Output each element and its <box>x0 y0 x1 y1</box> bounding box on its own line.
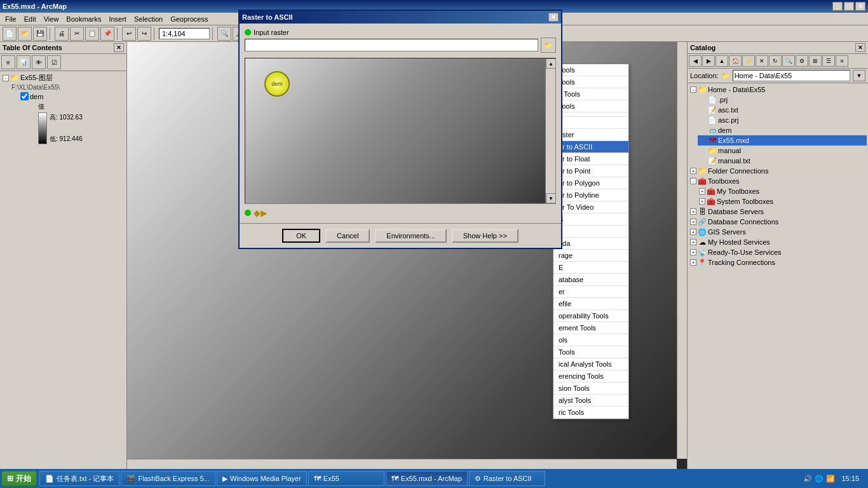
cat-up-btn[interactable]: ▲ <box>715 55 728 67</box>
gp-ols-item[interactable]: ols <box>553 334 628 346</box>
gp-tofloat-item[interactable]: er to Float <box>553 153 628 165</box>
gp-efile-item[interactable]: efile <box>553 298 628 310</box>
toolboxes-expand-btn[interactable]: - <box>690 178 696 184</box>
save-btn[interactable]: 💾 <box>33 27 47 41</box>
catalog-asctxt-file[interactable]: 📝 asc.txt <box>698 105 867 115</box>
dbservers-expand-btn[interactable]: + <box>690 208 696 215</box>
show-help-button[interactable]: Show Help >> <box>452 229 519 243</box>
cat-refresh-btn[interactable]: ↻ <box>769 55 782 67</box>
cat-back-btn[interactable]: ◀ <box>689 55 702 67</box>
catalog-system-toolboxes[interactable]: + 🧰 System Toolboxes <box>698 196 867 207</box>
input-raster-field[interactable] <box>245 39 538 51</box>
catalog-tracking-connections[interactable]: + 📍 Tracking Connections <box>689 257 867 268</box>
taskbar-flashback[interactable]: 🎬 FlashBack Express 5... <box>121 471 215 486</box>
home-expand-btn[interactable]: - <box>690 86 696 93</box>
cat-options-btn[interactable]: ⚙ <box>796 55 808 67</box>
redo-btn[interactable]: ↪ <box>137 27 151 41</box>
tray-network-icon[interactable]: 🌐 <box>815 475 824 483</box>
gp-toascii-item[interactable]: er to ASCII <box>553 141 628 153</box>
cat-connect-btn[interactable]: ⚡ <box>742 55 755 67</box>
cat-detail-btn[interactable]: ≡ <box>836 55 848 67</box>
menu-selection[interactable]: Selection <box>130 14 166 24</box>
menu-geoprocess[interactable]: Geoprocess <box>166 14 212 24</box>
toc-source-btn[interactable]: 📊 <box>17 55 31 69</box>
menu-bookmarks[interactable]: Bookmarks <box>62 14 105 24</box>
cat-small-icon-btn[interactable]: ☰ <box>822 55 835 67</box>
gp-referencing-item[interactable]: erencing Tools <box>553 370 628 383</box>
taskbar-arcmap[interactable]: 🗺 Ex55.mxd - ArcMap <box>386 471 468 486</box>
maximize-button[interactable]: □ <box>844 2 854 11</box>
map-vertical-scrollbar[interactable] <box>677 42 687 459</box>
gp-interop-item[interactable]: operability Tools <box>553 310 628 322</box>
paste-btn[interactable]: 📌 <box>100 27 114 41</box>
catalog-manualtxt-file[interactable]: 📝 manual.txt <box>698 156 867 166</box>
cat-disconnect-btn[interactable]: ✕ <box>756 55 768 67</box>
gp-tools3-item[interactable]: Tools <box>553 100 628 112</box>
gp-topolyline-item[interactable]: er to Polyline <box>553 189 628 201</box>
preview-vscrollbar[interactable]: ▲ ▼ <box>545 58 555 203</box>
map-horizontal-scrollbar[interactable] <box>127 459 677 469</box>
cat-forward-btn[interactable]: ▶ <box>702 55 715 67</box>
gp-tools2-item[interactable]: Tools <box>553 76 628 88</box>
input-raster-browse-btn[interactable]: 📁 <box>541 37 556 53</box>
catalog-dem-file[interactable]: 🗃 dem <box>698 125 867 135</box>
catalog-gis-servers[interactable]: + 🌐 GIS Servers <box>689 227 867 237</box>
open-btn[interactable]: 📂 <box>18 27 32 41</box>
gp-ada-item[interactable]: ada <box>553 238 628 250</box>
toc-vis-btn[interactable]: 👁 <box>32 55 46 69</box>
catalog-folder-connections[interactable]: + 📁 Folder Connections <box>689 166 867 176</box>
catalog-prj-file[interactable]: 📄 .prj <box>698 95 867 105</box>
minimize-button[interactable]: _ <box>832 2 843 11</box>
gp-aster-item[interactable]: aster <box>553 129 628 141</box>
gp-topolygon-item[interactable]: er to Polygon <box>553 177 628 189</box>
cut-btn[interactable]: ✂ <box>70 27 84 41</box>
tray-sound-icon[interactable]: 🔊 <box>803 475 812 483</box>
dem-checkbox[interactable] <box>20 92 29 100</box>
gp-e-item[interactable]: E <box>553 262 628 274</box>
group-expand-btn[interactable]: - <box>3 75 9 81</box>
toc-sel-btn[interactable]: ☑ <box>47 55 61 69</box>
preview-scroll-down-btn[interactable]: ▼ <box>546 193 556 203</box>
start-button[interactable]: ⊞ 开始 <box>1 471 37 486</box>
catalog-manual-folder[interactable]: 📁 manual <box>698 146 867 156</box>
taskbar-ex55[interactable]: 🗺 Ex55 <box>308 471 384 486</box>
menu-insert[interactable]: Insert <box>105 14 130 24</box>
dialog-close-btn[interactable]: ✕ <box>548 13 559 22</box>
readytouse-expand-btn[interactable]: + <box>690 249 696 255</box>
gisservers-expand-btn[interactable]: + <box>690 229 696 235</box>
gp-tools-item[interactable]: Tools <box>553 64 628 76</box>
dbconn-expand-btn[interactable]: + <box>690 219 696 225</box>
tray-signal-icon[interactable]: 📶 <box>826 475 835 483</box>
catalog-hosted-services[interactable]: + ☁ My Hosted Services <box>689 237 867 247</box>
toc-dem-layer[interactable]: dem <box>19 92 125 101</box>
cat-home-btn[interactable]: 🏠 <box>729 55 742 67</box>
taskbar-mediaplayer[interactable]: ▶ Windows Media Player <box>217 471 307 486</box>
toc-list-btn[interactable]: ≡ <box>1 55 15 69</box>
preview-scroll-track[interactable] <box>546 69 555 193</box>
zoom-in-btn[interactable]: 🔍 <box>217 27 231 41</box>
gp-database-item[interactable]: atabase <box>553 274 628 286</box>
menu-file[interactable]: File <box>1 14 20 24</box>
gp-topoint-item[interactable]: er to Point <box>553 165 628 177</box>
catalog-ascprj-file[interactable]: 📄 asc.prj <box>698 115 867 125</box>
mytoolboxes-expand-btn[interactable]: + <box>699 188 705 194</box>
gp-ric-item[interactable]: ric Tools <box>553 407 628 419</box>
toc-group-layer[interactable]: - 📁 Ex55-图层 <box>1 72 125 83</box>
ok-button[interactable]: OK <box>282 229 320 243</box>
hosted-expand-btn[interactable]: + <box>690 239 696 245</box>
close-button[interactable]: ✕ <box>855 2 865 11</box>
gp-a-item[interactable]: a <box>553 226 628 238</box>
catalog-home-folder[interactable]: - 📁 Home - Data\Ex55 <box>689 85 867 95</box>
copy-btn[interactable]: 📋 <box>85 27 99 41</box>
gp-er-item[interactable]: er <box>553 286 628 298</box>
gp-tovideo-item[interactable]: er To Video <box>553 201 628 214</box>
gp-s-item[interactable]: S <box>553 214 628 226</box>
taskbar-notepad[interactable]: 📄 任务表.txt - 记事本 <box>39 471 119 486</box>
catalog-toolboxes[interactable]: - 🧰 Toolboxes <box>689 176 867 186</box>
catalog-database-servers[interactable]: + 🗄 Database Servers <box>689 207 867 217</box>
catalog-close-btn[interactable]: ✕ <box>855 43 865 52</box>
gp-l-item[interactable]: L <box>553 117 628 129</box>
undo-btn[interactable]: ↩ <box>122 27 136 41</box>
location-input[interactable] <box>733 70 850 81</box>
menu-view[interactable]: View <box>40 14 63 24</box>
